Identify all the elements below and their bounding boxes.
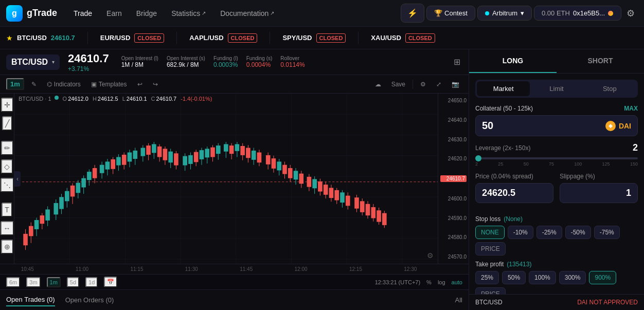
settings-button[interactable]: ⚙: [623, 5, 638, 22]
leverage-slider[interactable]: [475, 157, 638, 159]
lev-tick-2: 2: [475, 161, 478, 167]
tp-100-btn[interactable]: 100%: [529, 271, 556, 284]
save-button[interactable]: Save: [388, 80, 408, 89]
pair-selector[interactable]: BTC/USD ▾: [6, 54, 60, 70]
order-type-selector: Market Limit Stop: [475, 80, 638, 98]
templates-button[interactable]: ▣ Templates: [88, 80, 130, 89]
ticker-eurusd[interactable]: EUR/USD CLOSED: [100, 33, 164, 43]
nav-earn[interactable]: Earn: [100, 5, 128, 22]
ohlc-close: C 24610.7: [151, 96, 177, 102]
price-input[interactable]: 24620.5: [475, 183, 553, 203]
ohlc-open: O 24612.0: [63, 96, 88, 102]
nav-statistics[interactable]: Statistics ↗: [165, 5, 212, 22]
slippage-input[interactable]: 1: [560, 183, 638, 203]
tp-300-btn[interactable]: 300%: [559, 271, 586, 284]
tp-50-btn[interactable]: 50%: [502, 271, 526, 284]
price-axis: 24650.0 24640.0 24630.0 24620.0 24610.7 …: [438, 94, 469, 264]
text-tool[interactable]: T: [2, 203, 12, 217]
ohlc-low: L 24610.1: [122, 96, 147, 102]
limit-btn[interactable]: Limit: [530, 81, 583, 96]
all-filter[interactable]: All: [455, 296, 462, 304]
dai-icon: ◈: [605, 121, 616, 131]
shapes-tool[interactable]: ◇: [1, 159, 13, 174]
svg-rect-95: [252, 151, 256, 160]
percent-icon[interactable]: %: [426, 279, 432, 285]
tf-1m[interactable]: 1m: [47, 277, 61, 287]
chart-nav-left[interactable]: ‹: [14, 171, 21, 187]
leverage-slider-thumb[interactable]: [475, 155, 481, 161]
fullscreen-button[interactable]: ⤢: [433, 80, 444, 89]
undo-button[interactable]: ↩: [134, 80, 146, 89]
tf-1d[interactable]: 1d: [85, 277, 98, 287]
open-orders-tab[interactable]: Open Orders (0): [65, 294, 114, 306]
ohlc-high: H 24612.5: [93, 96, 118, 102]
nav-bridge[interactable]: Bridge: [130, 5, 163, 22]
lev-tick-150: 150: [630, 161, 638, 167]
tf-6m[interactable]: 6m: [6, 277, 20, 287]
zoom-tool[interactable]: ⊕: [1, 240, 13, 254]
cloud-icon-button[interactable]: ☁: [372, 80, 384, 89]
tab-long[interactable]: LONG: [469, 49, 557, 73]
star-icon[interactable]: ★: [6, 34, 13, 42]
fib-tool[interactable]: ⋱: [1, 178, 14, 192]
stat-value-oi-l: 1M / 8M: [121, 61, 158, 68]
collateral-input[interactable]: 50 ◈ DAI: [475, 115, 638, 136]
logo[interactable]: g gTrade: [6, 5, 57, 22]
contest-button[interactable]: 🏆 Contest: [426, 6, 475, 21]
tf-5d[interactable]: 5d: [67, 277, 79, 287]
ticker-btcusd[interactable]: ★ BTC/USD 24610.7: [6, 34, 75, 42]
sl-75-btn[interactable]: -75%: [594, 226, 620, 239]
svg-rect-79: [205, 149, 209, 157]
chart-settings-gear[interactable]: ⚙: [425, 249, 436, 262]
chart-panel: BTC/USD ▾ 24610.7 +3.71% Open Interest (…: [0, 49, 469, 310]
wallet-button[interactable]: 0.00 ETH 0x1e5B5...: [534, 6, 621, 21]
settings-chart-button[interactable]: ⚙: [417, 80, 429, 89]
tp-25-btn[interactable]: 25%: [475, 271, 499, 284]
nav-trade[interactable]: Trade: [67, 5, 98, 22]
nav-documentation[interactable]: Documentation ↗: [214, 5, 280, 22]
svg-rect-91: [240, 146, 245, 155]
trend-line-tool[interactable]: ╱: [2, 116, 12, 131]
measure-tool[interactable]: ↔: [1, 221, 14, 235]
ticker-aaplusd[interactable]: AAPL/USD CLOSED: [189, 33, 257, 43]
redo-button[interactable]: ↪: [150, 80, 161, 89]
sl-price-btn[interactable]: PRICE: [475, 242, 506, 256]
svg-rect-123: [334, 190, 339, 200]
screenshot-button[interactable]: 📷: [449, 80, 462, 89]
price-field: Price (0.04% spread) 24620.5: [475, 173, 553, 203]
sl-none-btn[interactable]: NONE: [475, 226, 505, 239]
toolbar-pencil-button[interactable]: ✎: [28, 80, 40, 89]
indicators-button[interactable]: ⌬ Indicators: [44, 80, 84, 89]
collateral-label-row: Collateral (50 - 125k) MAX: [475, 105, 638, 112]
tab-short[interactable]: SHORT: [557, 49, 644, 73]
chart-area[interactable]: BTC/USD · 1 O 24612.0 H 24612.5 L 24610.…: [14, 94, 469, 264]
tf-calendar[interactable]: 📅: [104, 277, 117, 287]
sl-25-btn[interactable]: -25%: [536, 226, 562, 239]
timeframe-button[interactable]: 1m: [6, 78, 24, 90]
log-label[interactable]: log: [438, 279, 445, 285]
svg-rect-17: [23, 234, 28, 245]
market-btn[interactable]: Market: [477, 81, 530, 96]
lightning-button[interactable]: ⚡: [401, 4, 424, 23]
ticker-closed-aapl: CLOSED: [228, 33, 258, 43]
collateral-field: Collateral (50 - 125k) MAX 50 ◈ DAI: [475, 105, 638, 136]
draw-tool[interactable]: ✏: [1, 141, 13, 155]
tf-3m[interactable]: 3m: [26, 277, 40, 287]
network-button[interactable]: Arbitrum ▾: [477, 6, 532, 21]
time-1130: 11:30: [185, 266, 198, 272]
auto-label[interactable]: auto: [452, 279, 462, 285]
sl-50-btn[interactable]: -50%: [565, 226, 591, 239]
tp-price-btn[interactable]: PRICE: [475, 287, 506, 294]
stop-btn[interactable]: Stop: [583, 81, 636, 96]
tp-900-btn[interactable]: 900%: [589, 271, 616, 284]
svg-rect-25: [45, 209, 50, 220]
svg-rect-43: [100, 165, 104, 173]
open-trades-tab[interactable]: Open Trades (0): [6, 294, 55, 306]
time-1215: 12:15: [349, 266, 362, 272]
ticker-xauusd[interactable]: XAU/USD CLOSED: [371, 33, 435, 43]
sl-10-btn[interactable]: -10%: [508, 226, 533, 239]
ticker-spyusd[interactable]: SPY/USD CLOSED: [282, 33, 346, 43]
cursor-tool[interactable]: ✛: [1, 98, 13, 112]
grid-icon-button[interactable]: ⊞: [452, 55, 462, 69]
max-button[interactable]: MAX: [624, 105, 638, 112]
